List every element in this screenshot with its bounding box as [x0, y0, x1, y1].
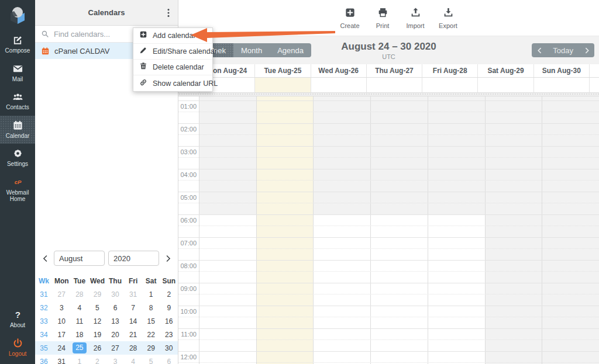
- day-column-sun-aug-30[interactable]: [542, 96, 599, 364]
- sidebar-item-webmail-home[interactable]: cPWebmail Home: [0, 172, 35, 207]
- export-button[interactable]: Export: [436, 7, 460, 29]
- all-day-cell-fri-aug-28[interactable]: [422, 78, 477, 92]
- plus-square-icon: [345, 7, 356, 20]
- all-day-cell-thu-aug-27[interactable]: [366, 78, 422, 92]
- mini-calendar-day[interactable]: 18: [71, 331, 89, 339]
- day-column-fri-aug-28[interactable]: [428, 96, 485, 364]
- menu-item-edit-share-calendar[interactable]: Edit/Share calendar: [133, 44, 212, 60]
- mini-calendar-day[interactable]: 31: [53, 358, 71, 364]
- mini-calendar-day[interactable]: 13: [106, 317, 125, 325]
- mini-calendar-day[interactable]: 29: [142, 344, 160, 352]
- mini-calendar-day[interactable]: 5: [142, 358, 160, 364]
- mini-calendar-day[interactable]: 2: [160, 290, 178, 299]
- mini-calendar-header-sat: Sat: [142, 277, 160, 285]
- sidebar-item-label: Webmail Home: [1, 189, 34, 203]
- mini-calendar-day[interactable]: 17: [53, 331, 71, 339]
- mini-calendar-day[interactable]: 28: [71, 290, 89, 299]
- prev-week-button[interactable]: [532, 43, 547, 57]
- mini-calendar-day[interactable]: 24: [53, 344, 71, 352]
- mini-calendar-day[interactable]: 16: [160, 317, 178, 325]
- mini-calendar-day[interactable]: 4: [71, 304, 89, 312]
- webmail-logo[interactable]: [0, 0, 35, 30]
- mini-calendar-day[interactable]: 8: [142, 304, 160, 312]
- sidebar-item-calendar[interactable]: Calendar: [0, 116, 35, 144]
- mini-calendar-day[interactable]: 6: [106, 304, 125, 312]
- prev-month-button[interactable]: [40, 251, 50, 265]
- mini-calendar-day[interactable]: 4: [124, 358, 142, 364]
- mini-calendar-day[interactable]: 25: [71, 342, 89, 353]
- selected-day[interactable]: 25: [73, 342, 87, 353]
- sidebar-item-logout[interactable]: Logout: [0, 334, 35, 362]
- day-column-thu-aug-27[interactable]: [370, 96, 428, 364]
- calendars-options-button[interactable]: [161, 6, 175, 20]
- chevron-right-icon: [584, 47, 590, 54]
- mini-calendar-day[interactable]: 26: [88, 344, 106, 352]
- mini-calendar-day[interactable]: 20: [106, 331, 125, 339]
- mini-calendar-day[interactable]: 29: [88, 290, 106, 299]
- next-week-button[interactable]: [579, 43, 594, 57]
- mini-calendar-day[interactable]: 27: [106, 344, 125, 352]
- today-nav-group: Today: [532, 43, 594, 57]
- mini-calendar-day[interactable]: 15: [142, 317, 160, 325]
- month-input[interactable]: [54, 251, 105, 266]
- mini-calendar-day[interactable]: 5: [88, 304, 106, 312]
- view-tab-agenda[interactable]: Agenda: [270, 43, 311, 57]
- mini-calendar-day[interactable]: 3: [106, 358, 125, 364]
- mini-calendar-day[interactable]: 19: [88, 331, 106, 339]
- import-button[interactable]: Import: [403, 7, 428, 29]
- mini-calendar-day[interactable]: 2: [88, 358, 106, 364]
- sidebar-item-compose[interactable]: Compose: [0, 30, 35, 59]
- mini-calendar-day[interactable]: 28: [124, 344, 142, 352]
- mini-calendar-day[interactable]: 1: [142, 290, 160, 299]
- mini-calendar-day[interactable]: 10: [53, 317, 71, 325]
- trash-icon: [139, 62, 147, 72]
- mini-calendar-day[interactable]: 1: [71, 358, 89, 364]
- sidebar-item-contacts[interactable]: Contacts: [0, 87, 35, 116]
- day-column-wed-aug-26[interactable]: [313, 96, 370, 364]
- mini-calendar-day[interactable]: 14: [124, 317, 142, 325]
- sidebar-item-settings[interactable]: Settings: [0, 144, 35, 172]
- menu-item-show-calendar-url[interactable]: Show calendar URL: [133, 75, 212, 91]
- create-button[interactable]: Create: [338, 7, 362, 29]
- mini-calendar-day[interactable]: 11: [71, 317, 89, 325]
- mini-calendar-day[interactable]: 22: [142, 331, 160, 339]
- mini-calendar-day[interactable]: 27: [53, 290, 71, 299]
- day-header-thu-aug-27[interactable]: Thu Aug-27: [366, 64, 422, 77]
- mini-calendar-day[interactable]: 3: [53, 304, 71, 312]
- day-column-mon-aug-24[interactable]: [199, 96, 256, 364]
- year-input[interactable]: [108, 251, 159, 266]
- mini-calendar-day[interactable]: 9: [160, 304, 178, 312]
- mini-calendar: WkMonTueWedThuFriSatSun31272829303112323…: [35, 248, 178, 364]
- all-day-cell-sun-aug-30[interactable]: [533, 78, 589, 92]
- day-header-sun-aug-30[interactable]: Sun Aug-30: [533, 64, 589, 77]
- mini-calendar-day[interactable]: 7: [124, 304, 142, 312]
- day-header-fri-aug-28[interactable]: Fri Aug-28: [422, 64, 477, 77]
- mini-calendar-day[interactable]: 23: [160, 331, 178, 339]
- menu-item-label: Edit/Share calendar: [153, 47, 217, 56]
- mini-calendar-day[interactable]: 30: [106, 290, 125, 299]
- day-header-sat-aug-29[interactable]: Sat Aug-29: [477, 64, 533, 77]
- all-day-cell-wed-aug-26[interactable]: [311, 78, 366, 92]
- sidebar-item-about[interactable]: ?About: [0, 305, 35, 334]
- mini-calendar-day[interactable]: 31: [124, 290, 142, 299]
- all-day-cell-tue-aug-25[interactable]: [254, 78, 310, 92]
- day-header-wed-aug-26[interactable]: Wed Aug-26: [311, 64, 366, 77]
- day-column-sat-aug-29[interactable]: [485, 96, 542, 364]
- day-column-tue-aug-25[interactable]: [256, 96, 314, 364]
- mini-calendar-day[interactable]: 30: [160, 344, 178, 352]
- day-header-tue-aug-25[interactable]: Tue Aug-25: [254, 64, 310, 77]
- mini-calendar-day[interactable]: 6: [160, 358, 178, 364]
- print-button[interactable]: Print: [370, 7, 395, 29]
- today-button[interactable]: Today: [547, 46, 579, 55]
- mini-calendar-day[interactable]: 12: [88, 317, 106, 325]
- calendars-panel-header: Calendars: [35, 0, 178, 26]
- menu-item-label: Delete calendar: [153, 63, 204, 71]
- mini-calendar-day[interactable]: 21: [124, 331, 142, 339]
- all-day-cell-sat-aug-29[interactable]: [477, 78, 533, 92]
- view-tab-month[interactable]: Month: [233, 43, 270, 57]
- chevron-left-icon: [536, 47, 543, 54]
- sidebar-item-mail[interactable]: Mail: [0, 59, 35, 88]
- menu-item-delete-calendar[interactable]: Delete calendar: [133, 60, 212, 75]
- next-month-button[interactable]: [163, 251, 173, 265]
- menu-item-add-calendar[interactable]: Add calendar: [133, 28, 212, 44]
